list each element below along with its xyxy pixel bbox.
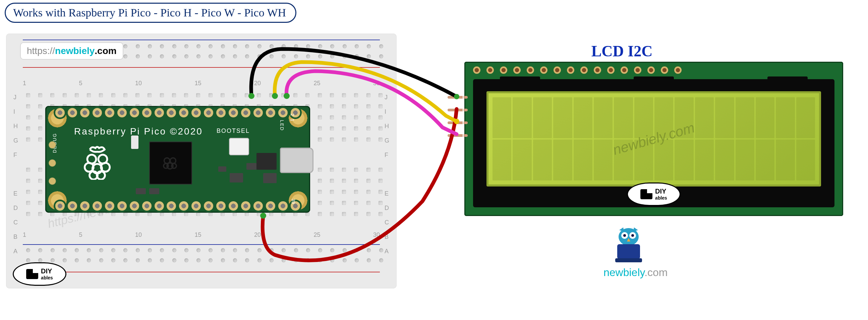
breadboard-rowletter: D bbox=[384, 205, 389, 212]
dot bbox=[172, 248, 176, 252]
diyables-label-big: DIY bbox=[41, 267, 52, 275]
lcd-module: newbiely.com DIY ables bbox=[464, 62, 843, 216]
lcd-char-cell bbox=[513, 140, 531, 180]
dot bbox=[26, 104, 30, 108]
lcd-char-cell bbox=[695, 140, 714, 180]
dot bbox=[330, 201, 334, 205]
dot bbox=[233, 258, 237, 262]
breadboard-rowletter: J bbox=[384, 94, 389, 101]
dot bbox=[148, 54, 152, 58]
breadboard-colnum: 20 bbox=[254, 231, 261, 238]
dot bbox=[343, 54, 347, 58]
dot bbox=[367, 93, 370, 97]
pico-pin bbox=[241, 108, 250, 117]
dot bbox=[63, 258, 67, 262]
pico-pin39-label: 39 bbox=[291, 199, 296, 204]
dot bbox=[38, 190, 42, 194]
breadboard-rowletter: B bbox=[384, 233, 389, 240]
pico-pin bbox=[105, 201, 114, 211]
dot bbox=[282, 248, 286, 252]
dot bbox=[282, 54, 286, 58]
dot bbox=[209, 54, 213, 58]
lcd-char-cell bbox=[553, 140, 572, 180]
dot bbox=[318, 93, 322, 97]
pico-pin bbox=[130, 201, 139, 211]
dot bbox=[343, 44, 347, 48]
dot bbox=[50, 93, 54, 97]
diyables-badge: DIY ables bbox=[13, 262, 66, 286]
dot bbox=[378, 190, 382, 194]
pico-bootsel-button[interactable] bbox=[229, 138, 249, 155]
dot bbox=[367, 248, 371, 252]
dot bbox=[306, 54, 310, 58]
dot bbox=[342, 93, 346, 97]
breadboard-rowletter: C bbox=[384, 219, 389, 226]
dot bbox=[342, 179, 346, 183]
breadboard-rowletters-right: JIHGFEDCBA bbox=[384, 94, 389, 255]
lcd-screen: newbiely.com bbox=[487, 91, 821, 186]
pico-usb-port[interactable] bbox=[280, 148, 313, 173]
dot bbox=[148, 248, 152, 252]
dot bbox=[135, 93, 140, 97]
breadboard-colnum: 25 bbox=[313, 80, 320, 87]
pico-pin bbox=[117, 201, 127, 211]
pico-pin bbox=[93, 201, 102, 211]
lcd-char-cell bbox=[776, 97, 795, 138]
dot bbox=[233, 248, 237, 252]
dot bbox=[111, 258, 115, 262]
dot bbox=[330, 126, 334, 130]
dot bbox=[209, 44, 213, 48]
dot bbox=[318, 248, 322, 252]
dot bbox=[342, 212, 346, 216]
lcd-header-pin bbox=[500, 66, 507, 74]
dot bbox=[342, 190, 346, 194]
dot bbox=[355, 258, 359, 262]
lcd-char-cell bbox=[533, 97, 552, 138]
pico-debug-pin bbox=[49, 177, 56, 185]
dot bbox=[281, 93, 285, 97]
pico-pin bbox=[142, 201, 152, 211]
lcd-char-cell bbox=[776, 140, 795, 180]
lcd-char-cell bbox=[493, 97, 511, 138]
pico-pin bbox=[191, 201, 201, 211]
breadboard-rowletter: B bbox=[13, 233, 18, 240]
breadboard-rowletter: E bbox=[13, 190, 18, 197]
pico-pin bbox=[229, 108, 238, 117]
pico-pin bbox=[179, 108, 188, 117]
breadboard-rowletter: I bbox=[13, 108, 18, 115]
lcd-header-pin bbox=[527, 66, 534, 74]
dot bbox=[184, 258, 188, 262]
lcd-header-pin bbox=[674, 66, 682, 74]
lcd-char-cell bbox=[796, 97, 815, 138]
dot bbox=[257, 93, 261, 97]
dot bbox=[38, 201, 42, 205]
dot bbox=[367, 115, 370, 119]
diyables-label-big: DIY bbox=[655, 187, 666, 195]
dot bbox=[330, 104, 334, 108]
dot bbox=[233, 93, 237, 97]
dot bbox=[282, 258, 286, 262]
dot bbox=[245, 93, 249, 97]
lcd-bezel-tab bbox=[634, 77, 674, 80]
breadboard-rail-top-pos bbox=[23, 67, 380, 68]
dot bbox=[26, 115, 30, 119]
lcd-char-cell bbox=[594, 140, 613, 180]
breadboard-rail-bot-neg bbox=[23, 244, 380, 245]
breadboard-rowletter: F bbox=[13, 152, 18, 159]
newbiely-mascot: newbiely.com bbox=[603, 225, 654, 279]
mascot-brand: newbiely bbox=[603, 266, 644, 279]
breadboard-rowletter: D bbox=[13, 205, 18, 212]
pico-pin bbox=[55, 108, 65, 117]
dot bbox=[355, 54, 359, 58]
breadboard-rowletter: C bbox=[13, 219, 18, 226]
breadboard-rail-bot-pos bbox=[23, 272, 380, 272]
diyables-badge-lcd: DIY ables bbox=[627, 182, 681, 206]
dot bbox=[330, 44, 334, 48]
pico-pin bbox=[278, 201, 288, 211]
dot bbox=[367, 168, 370, 172]
svg-point-21 bbox=[623, 234, 626, 237]
pico-pin1-label: 2 1 bbox=[289, 113, 295, 121]
watermark-url-box: https:// newbiely .com bbox=[20, 42, 123, 60]
lcd-header-pin bbox=[661, 66, 668, 74]
lcd-header-pin bbox=[607, 66, 615, 74]
